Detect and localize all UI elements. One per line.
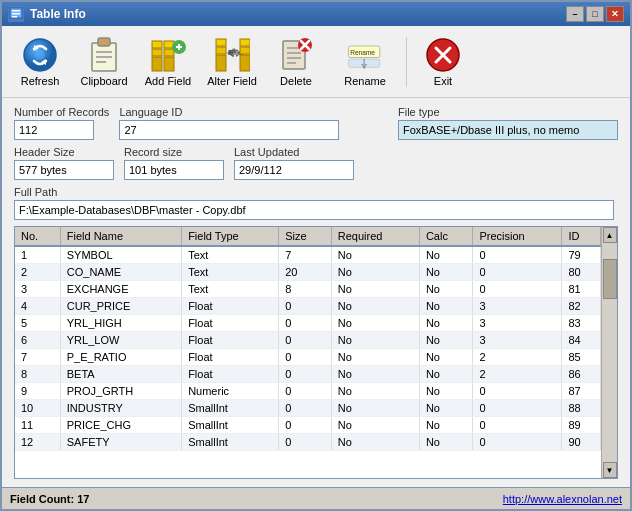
delete-button[interactable]: Delete [266,30,326,94]
table-row[interactable]: 9PROJ_GRTHNumeric0NoNo087 [15,383,601,400]
table-row[interactable]: 7P_E_RATIOFloat0NoNo285 [15,349,601,366]
refresh-label: Refresh [21,75,60,87]
close-button[interactable]: ✕ [606,6,624,22]
table-row[interactable]: 2CO_NAMEText20NoNo080 [15,264,601,281]
file-type-input[interactable] [398,120,618,140]
table-cell: 0 [473,434,562,451]
refresh-button[interactable]: Refresh [10,30,70,94]
svg-rect-22 [216,55,226,71]
add-field-icon [150,37,186,73]
table-row[interactable]: 6YRL_LOWFloat0NoNo384 [15,332,601,349]
full-path-input[interactable] [14,200,614,220]
table-cell: Float [182,315,279,332]
table-cell: No [419,281,473,298]
col-calc: Calc [419,227,473,246]
alter-field-button[interactable]: ⇄ Alter Field [202,30,262,94]
svg-rect-12 [96,61,106,63]
num-records-input[interactable] [14,120,94,140]
record-size-input[interactable] [124,160,224,180]
table-row[interactable]: 11PRICE_CHGSmallInt0NoNo089 [15,417,601,434]
table-row[interactable]: 3EXCHANGEText8NoNo081 [15,281,601,298]
scroll-thumb[interactable] [603,259,617,299]
table-cell: No [331,264,419,281]
table-cell: 83 [562,315,601,332]
svg-point-7 [35,50,45,60]
svg-rect-9 [98,38,110,46]
table-cell: 8 [279,281,332,298]
table-cell: Numeric [182,383,279,400]
table-cell: 3 [15,281,60,298]
table-cell: SAFETY [60,434,181,451]
table-cell: No [331,349,419,366]
minimize-button[interactable]: – [566,6,584,22]
svg-rect-13 [152,57,162,71]
website-link[interactable]: http://www.alexnolan.net [503,493,622,505]
table-cell: 88 [562,400,601,417]
table-cell: 10 [15,400,60,417]
exit-button[interactable]: Exit [413,30,473,94]
table-row[interactable]: 10INDUSTRYSmallInt0NoNo088 [15,400,601,417]
table-cell: 11 [15,417,60,434]
delete-label: Delete [280,75,312,87]
rename-button[interactable]: Rename Rename [330,30,400,94]
table-cell: No [419,298,473,315]
table-cell: 4 [15,298,60,315]
table-cell: 0 [279,383,332,400]
file-type-group: File type [398,106,618,140]
title-controls: – □ ✕ [566,6,624,22]
svg-rect-15 [152,41,162,48]
language-id-input[interactable] [119,120,339,140]
table-header-row: No. Field Name Field Type Size Required … [15,227,601,246]
table-cell: 82 [562,298,601,315]
table-cell: SmallInt [182,400,279,417]
language-id-label: Language ID [119,106,339,118]
title-bar: Table Info – □ ✕ [2,2,630,26]
table-cell: 84 [562,332,601,349]
num-records-group: Number of Records [14,106,109,140]
toolbar-separator [406,37,407,87]
clipboard-label: Clipboard [80,75,127,87]
table-cell: 2 [473,349,562,366]
table-row[interactable]: 12SAFETYSmallInt0NoNo090 [15,434,601,451]
svg-rect-16 [164,57,174,71]
table-cell: 87 [562,383,601,400]
table-cell: INDUSTRY [60,400,181,417]
table-cell: Text [182,246,279,264]
scroll-up-arrow[interactable]: ▲ [603,227,617,243]
table-scroll[interactable]: No. Field Name Field Type Size Required … [15,227,601,478]
add-field-button[interactable]: Add Field [138,30,198,94]
table-cell: 3 [473,332,562,349]
file-type-label: File type [398,106,618,118]
table-cell: YRL_LOW [60,332,181,349]
table-cell: SYMBOL [60,246,181,264]
table-cell: 89 [562,417,601,434]
maximize-button[interactable]: □ [586,6,604,22]
last-updated-input[interactable] [234,160,354,180]
svg-rect-17 [164,49,174,56]
scroll-down-arrow[interactable]: ▼ [603,462,617,478]
table-cell: No [331,246,419,264]
table-cell: Float [182,366,279,383]
svg-text:Rename: Rename [350,49,375,56]
scrollbar[interactable]: ▲ ▼ [601,227,617,478]
table-row[interactable]: 5YRL_HIGHFloat0NoNo383 [15,315,601,332]
exit-label: Exit [434,75,452,87]
header-size-input[interactable] [14,160,114,180]
table-row[interactable]: 1SYMBOLText7NoNo079 [15,246,601,264]
table-cell: 0 [473,417,562,434]
table-cell: PRICE_CHG [60,417,181,434]
table-cell: No [419,315,473,332]
svg-rect-24 [216,39,226,46]
table-cell: No [419,383,473,400]
table-wrapper: No. Field Name Field Type Size Required … [15,227,617,478]
field-table-container: No. Field Name Field Type Size Required … [14,226,618,479]
record-size-label: Record size [124,146,224,158]
clipboard-button[interactable]: Clipboard [74,30,134,94]
col-no: No. [15,227,60,246]
table-cell: 0 [279,400,332,417]
table-row[interactable]: 8BETAFloat0NoNo286 [15,366,601,383]
table-row[interactable]: 4CUR_PRICEFloat0NoNo382 [15,298,601,315]
clipboard-icon [86,37,122,73]
table-cell: Text [182,281,279,298]
table-cell: 7 [15,349,60,366]
